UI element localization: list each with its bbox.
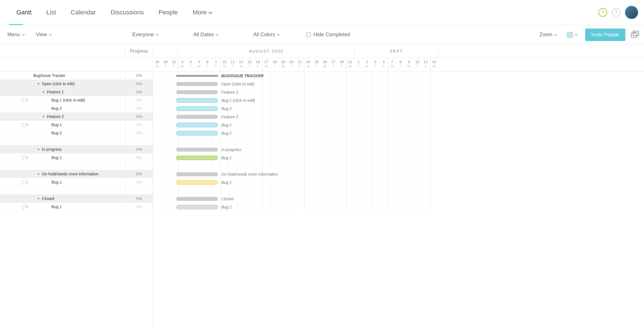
gantt-row[interactable]: Closed bbox=[153, 195, 644, 203]
expand-toggle-icon[interactable] bbox=[37, 198, 40, 200]
task-pane: Progress Bug/Issue Tracker0%Open (click … bbox=[0, 44, 153, 327]
comment-icon[interactable] bbox=[22, 98, 26, 102]
month-label: AUGUST 2020 bbox=[178, 44, 355, 58]
comment-icon[interactable] bbox=[22, 180, 26, 184]
gantt-bar[interactable] bbox=[176, 115, 218, 119]
task-row[interactable]: Bug/Issue Tracker0% bbox=[0, 72, 153, 80]
color-picker[interactable] bbox=[565, 30, 580, 39]
gantt-row[interactable]: Feature 2 bbox=[153, 113, 644, 121]
task-name: Bug 1 (click to edit) bbox=[51, 98, 85, 102]
gantt-bar[interactable] bbox=[176, 205, 218, 209]
gantt-bar[interactable] bbox=[176, 98, 218, 103]
gantt-row[interactable]: Bug 1 bbox=[153, 154, 644, 162]
comment-icon[interactable] bbox=[22, 156, 26, 159]
expand-toggle-icon[interactable] bbox=[42, 116, 45, 118]
view-button[interactable]: View bbox=[34, 30, 54, 39]
gantt-row[interactable]: BUG/ISSUE TRACKER bbox=[153, 72, 644, 80]
tab-calendar[interactable]: Calendar bbox=[63, 0, 103, 25]
expand-toggle-icon[interactable] bbox=[37, 173, 40, 175]
day-cell: 5W bbox=[195, 58, 203, 71]
gantt-row[interactable]: Bug 2 bbox=[153, 129, 644, 137]
expand-toggle-icon[interactable] bbox=[37, 83, 40, 85]
tab-list[interactable]: List bbox=[39, 0, 63, 25]
gantt-row[interactable] bbox=[153, 162, 644, 170]
gantt-bar[interactable] bbox=[176, 131, 218, 135]
help-icon[interactable]: ? bbox=[612, 8, 620, 17]
task-row[interactable]: Bug 20% bbox=[0, 129, 153, 137]
day-cell: 30T bbox=[161, 58, 170, 71]
gantt-area[interactable]: AUGUST 2020SEPT 29W30T31F3M4T5W6T7F10M11… bbox=[153, 44, 644, 327]
gantt-bar-label: Feature 2 bbox=[221, 115, 238, 119]
task-row[interactable] bbox=[0, 162, 153, 170]
gantt-row[interactable]: In progress bbox=[153, 145, 644, 154]
gantt-bar[interactable] bbox=[176, 197, 218, 201]
gantt-row[interactable]: Feature 1 bbox=[153, 88, 644, 96]
day-cell: 4T bbox=[187, 58, 195, 71]
task-row[interactable]: 1Bug 10% bbox=[0, 178, 153, 186]
invite-people-button[interactable]: Invite People bbox=[585, 29, 625, 41]
gantt-row[interactable] bbox=[153, 186, 644, 195]
hide-completed-checkbox[interactable] bbox=[306, 33, 311, 37]
gantt-bar[interactable] bbox=[176, 82, 218, 86]
top-nav: GanttListCalendarDiscussionsPeopleMore ? bbox=[0, 0, 644, 25]
task-row[interactable]: Open (click to edit)0% bbox=[0, 80, 153, 88]
gantt-bar[interactable] bbox=[176, 172, 218, 176]
menu-button[interactable]: Menu bbox=[5, 30, 27, 39]
day-cell: 24M bbox=[304, 58, 312, 71]
zoom-button[interactable]: Zoom bbox=[537, 30, 559, 39]
day-cell: 25T bbox=[312, 58, 321, 71]
task-progress: 0% bbox=[125, 113, 153, 121]
comment-count: 1 bbox=[26, 123, 28, 127]
task-row[interactable]: Bug 20% bbox=[0, 104, 153, 113]
task-row[interactable]: 1Bug 1 (click to edit)0% bbox=[0, 96, 153, 104]
day-cell: 7F bbox=[212, 58, 220, 71]
chevron-down-icon bbox=[49, 33, 52, 36]
gantt-row[interactable]: Bug 1 bbox=[153, 203, 644, 211]
gantt-row[interactable]: On hold/needs more information bbox=[153, 170, 644, 178]
hide-completed-toggle[interactable]: Hide Completed bbox=[304, 30, 352, 39]
gantt-bar[interactable] bbox=[176, 148, 218, 152]
chevron-down-icon bbox=[215, 33, 219, 36]
gantt-bar[interactable] bbox=[176, 90, 218, 94]
tab-discussions[interactable]: Discussions bbox=[103, 0, 151, 25]
avatar[interactable] bbox=[625, 6, 638, 19]
gantt-bar[interactable] bbox=[176, 156, 218, 160]
task-progress: 0% bbox=[125, 145, 153, 153]
filter-people[interactable]: Everyone bbox=[130, 30, 161, 39]
task-row[interactable]: In progress0% bbox=[0, 145, 153, 154]
task-row[interactable]: Feature 20% bbox=[0, 113, 153, 121]
gantt-bar[interactable] bbox=[176, 180, 218, 185]
day-cell: 11T bbox=[228, 58, 237, 71]
gantt-bar[interactable] bbox=[176, 123, 218, 127]
task-row[interactable] bbox=[0, 186, 153, 195]
filter-colors[interactable]: All Colors bbox=[251, 30, 282, 39]
task-row[interactable] bbox=[0, 137, 153, 145]
day-cell: 13T bbox=[245, 58, 254, 71]
presentation-icon[interactable] bbox=[631, 31, 639, 39]
gantt-bar[interactable] bbox=[176, 106, 218, 111]
gantt-row[interactable]: Bug 1 bbox=[153, 178, 644, 186]
gantt-row[interactable]: Open (click to edit) bbox=[153, 80, 644, 88]
gantt-row[interactable]: Bug 2 bbox=[153, 104, 644, 113]
comment-count: 1 bbox=[26, 180, 28, 184]
expand-toggle-icon[interactable] bbox=[42, 91, 45, 93]
gantt-row[interactable]: Bug 1 (click to edit) bbox=[153, 96, 644, 104]
gantt-row[interactable] bbox=[153, 137, 644, 145]
filter-dates[interactable]: All Dates bbox=[191, 30, 221, 39]
tab-people[interactable]: People bbox=[151, 0, 185, 25]
expand-toggle-icon[interactable] bbox=[37, 149, 40, 150]
task-row[interactable]: On hold/needs more information0% bbox=[0, 170, 153, 178]
task-row[interactable]: 1Bug 10% bbox=[0, 203, 153, 211]
comment-icon[interactable] bbox=[22, 205, 26, 208]
task-row[interactable]: Closed0% bbox=[0, 195, 153, 203]
task-row[interactable]: 1Bug 10% bbox=[0, 121, 153, 129]
tab-gantt[interactable]: Gantt bbox=[9, 0, 39, 25]
comment-count: 1 bbox=[26, 156, 28, 160]
clock-icon[interactable] bbox=[598, 8, 607, 17]
task-row[interactable]: Feature 10% bbox=[0, 88, 153, 96]
task-row[interactable]: 1Bug 10% bbox=[0, 154, 153, 162]
comment-icon[interactable] bbox=[22, 123, 26, 126]
gantt-bar[interactable] bbox=[176, 75, 218, 77]
gantt-row[interactable]: Bug 1 bbox=[153, 121, 644, 129]
tab-more[interactable]: More bbox=[185, 0, 219, 25]
